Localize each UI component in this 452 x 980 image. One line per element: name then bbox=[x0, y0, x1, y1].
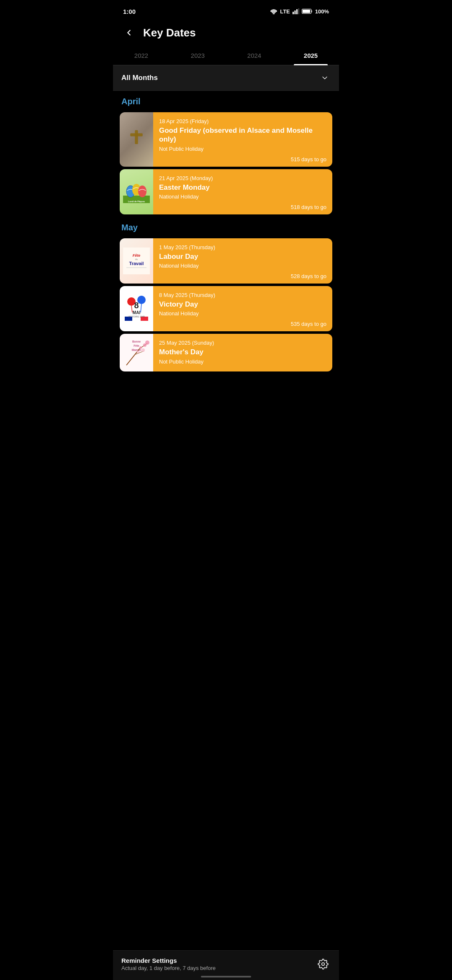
mothers-day-body: 25 May 2025 (Sunday) Mother's Day Not Pu… bbox=[153, 334, 332, 371]
svg-rect-2 bbox=[296, 9, 298, 14]
signal-icon bbox=[293, 8, 299, 14]
dropdown-arrow-icon: path{fill:none;stroke:#fff;stroke-width:… bbox=[319, 72, 331, 84]
svg-text:8: 8 bbox=[134, 301, 139, 310]
back-button[interactable] bbox=[121, 25, 136, 40]
labour-day-svg: Fête du Travail bbox=[123, 248, 150, 274]
event-card-easter-monday[interactable]: Lundi de Pâques 21 Apr 2025 (Monday) Eas… bbox=[120, 169, 332, 214]
victory-day-icon: 8 MAI VICTOIRE 1945 bbox=[120, 286, 153, 331]
svg-rect-8 bbox=[130, 133, 143, 136]
back-icon bbox=[124, 28, 134, 37]
wifi-icon bbox=[270, 8, 277, 14]
svg-text:Travail: Travail bbox=[129, 261, 144, 266]
victory-day-type: National Holiday bbox=[159, 310, 326, 317]
easter-monday-days: 518 days to go bbox=[159, 204, 326, 210]
page-title: Key Dates bbox=[143, 26, 196, 39]
svg-point-42 bbox=[137, 351, 139, 353]
month-filter-dropdown[interactable]: All Months path{fill:none;stroke:#fff;st… bbox=[113, 65, 339, 91]
month-filter-label: All Months bbox=[121, 74, 158, 82]
victory-day-name: Victory Day bbox=[159, 300, 326, 309]
svg-point-41 bbox=[139, 346, 142, 349]
mothers-day-date: 25 May 2025 (Sunday) bbox=[159, 340, 326, 346]
easter-monday-body: 21 Apr 2025 (Monday) Easter Monday Natio… bbox=[153, 169, 332, 214]
mothers-day-name: Mother's Day bbox=[159, 348, 326, 356]
svg-text:Lundi de Pâques: Lundi de Pâques bbox=[128, 200, 145, 203]
victory-day-days: 535 days to go bbox=[159, 321, 326, 327]
labour-day-type: National Holiday bbox=[159, 263, 326, 269]
tab-2024[interactable]: 2024 bbox=[226, 47, 282, 65]
status-bar: 1:00 LTE 100% bbox=[113, 0, 339, 21]
svg-text:MAI: MAI bbox=[133, 310, 141, 315]
svg-point-40 bbox=[141, 348, 145, 352]
year-tabs: 2022 2023 2024 2025 bbox=[113, 47, 339, 65]
mothers-day-type: Not Public Holiday bbox=[159, 358, 326, 365]
mothers-day-svg: Bonne Fête Maman bbox=[123, 336, 150, 369]
easter-monday-type: National Holiday bbox=[159, 193, 326, 200]
good-friday-body: 18 Apr 2025 (Friday) Good Friday (observ… bbox=[153, 112, 332, 167]
status-icons: LTE 100% bbox=[270, 8, 329, 15]
good-friday-name: Good Friday (observed in Alsace and Mose… bbox=[159, 126, 326, 144]
tab-2023[interactable]: 2023 bbox=[170, 47, 226, 65]
labour-day-date: 1 May 2025 (Thursday) bbox=[159, 244, 326, 250]
tab-2025[interactable]: 2025 bbox=[282, 47, 339, 65]
section-may: May bbox=[113, 217, 339, 236]
event-card-good-friday[interactable]: 18 Apr 2025 (Friday) Good Friday (observ… bbox=[120, 112, 332, 167]
victory-day-date: 8 May 2025 (Thursday) bbox=[159, 292, 326, 298]
svg-rect-5 bbox=[311, 10, 312, 13]
good-friday-date: 18 Apr 2025 (Friday) bbox=[159, 118, 326, 124]
labour-day-days: 528 days to go bbox=[159, 273, 326, 279]
easter-monday-name: Easter Monday bbox=[159, 183, 326, 192]
svg-rect-1 bbox=[294, 10, 295, 14]
svg-text:VICTOIRE 1945: VICTOIRE 1945 bbox=[128, 315, 145, 318]
svg-text:Fête: Fête bbox=[133, 253, 141, 258]
labour-day-name: Labour Day bbox=[159, 252, 326, 261]
battery-icon bbox=[302, 8, 313, 14]
victory-day-svg: 8 MAI VICTOIRE 1945 bbox=[123, 293, 150, 324]
lte-label: LTE bbox=[280, 8, 290, 15]
status-time: 1:00 bbox=[123, 8, 136, 15]
svg-text:Fête: Fête bbox=[134, 344, 139, 347]
svg-rect-0 bbox=[293, 12, 294, 14]
event-card-mothers-day[interactable]: Bonne Fête Maman 25 May 2025 (Sunday) Mo… bbox=[120, 334, 332, 371]
victory-day-body: 8 May 2025 (Thursday) Victory Day Nation… bbox=[153, 286, 332, 331]
easter-eggs-icon: Lundi de Pâques bbox=[123, 181, 150, 203]
good-friday-icon bbox=[120, 112, 153, 167]
easter-monday-date: 21 Apr 2025 (Monday) bbox=[159, 175, 326, 181]
chevron-down-icon: path{fill:none;stroke:#fff;stroke-width:… bbox=[321, 74, 329, 82]
svg-text:Bonne: Bonne bbox=[132, 340, 141, 343]
mothers-day-icon: Bonne Fête Maman bbox=[120, 334, 153, 371]
cross-icon bbox=[128, 129, 144, 150]
labour-day-body: 1 May 2025 (Thursday) Labour Day Nationa… bbox=[153, 238, 332, 284]
svg-point-13 bbox=[138, 186, 146, 197]
good-friday-days: 515 days to go bbox=[159, 156, 326, 162]
labour-day-icon: Fête du Travail bbox=[120, 238, 153, 284]
svg-rect-7 bbox=[135, 130, 138, 144]
good-friday-type: Not Public Holiday bbox=[159, 146, 326, 152]
svg-rect-3 bbox=[298, 8, 299, 14]
svg-text:du: du bbox=[135, 258, 138, 260]
tab-2022[interactable]: 2022 bbox=[113, 47, 170, 65]
event-card-victory-day[interactable]: 8 MAI VICTOIRE 1945 8 May 2025 (Thursday… bbox=[120, 286, 332, 331]
header: Key Dates bbox=[113, 21, 339, 47]
section-april: April bbox=[113, 91, 339, 110]
event-card-labour-day[interactable]: Fête du Travail 1 May 2025 (Thursday) La… bbox=[120, 238, 332, 284]
svg-point-39 bbox=[143, 343, 146, 347]
easter-monday-icon: Lundi de Pâques bbox=[120, 169, 153, 214]
svg-rect-6 bbox=[303, 10, 310, 13]
battery-percent: 100% bbox=[315, 8, 329, 15]
